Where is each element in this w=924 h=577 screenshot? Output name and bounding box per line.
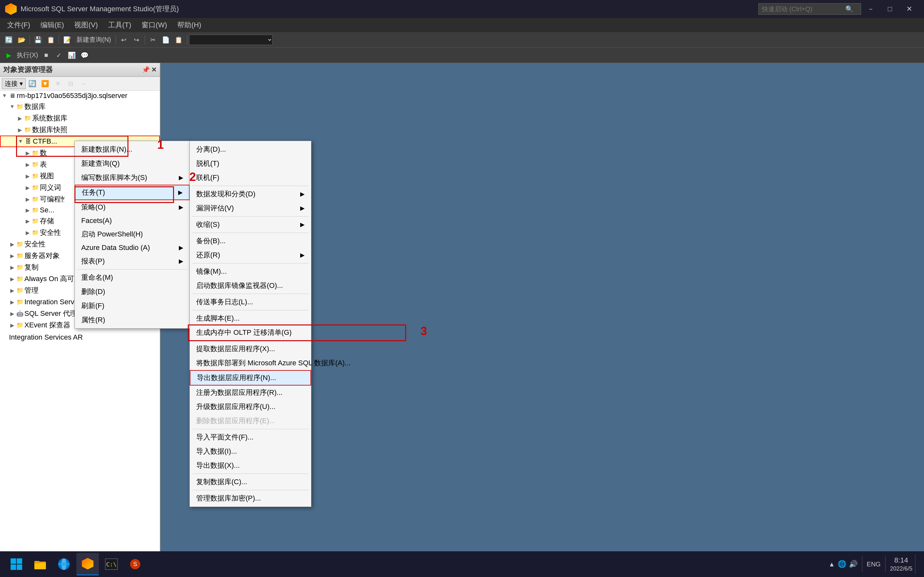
ctx2-generate-scripts[interactable]: 生成脚本(E)... <box>190 311 311 326</box>
oe-filter-clear-btn[interactable]: ✕ <box>52 78 64 89</box>
child8-expand-icon[interactable]: ▶ <box>24 229 31 236</box>
ctx-properties[interactable]: 属性(R) <box>75 313 190 327</box>
minimize-button[interactable]: － <box>861 0 881 18</box>
toolbar-save[interactable]: 💾 <box>32 34 44 45</box>
ctx-delete[interactable]: 删除(D) <box>75 285 190 299</box>
tree-ctfb-child-6[interactable]: ▶ 📁 Se... <box>0 205 64 215</box>
toolbar-copy[interactable]: 📄 <box>160 34 172 45</box>
ctx-new-query[interactable]: 新建查询(Q) <box>75 156 190 171</box>
ctx2-online[interactable]: 联机(F) <box>190 171 311 185</box>
tree-ctfb-child-2[interactable]: ▶ 📁 表 <box>0 159 64 170</box>
menu-edit[interactable]: 编辑(E) <box>36 19 68 31</box>
child3-expand-icon[interactable]: ▶ <box>24 173 31 179</box>
child4-expand-icon[interactable]: ▶ <box>24 184 31 191</box>
toolbar-new-query[interactable]: 📝 <box>61 34 73 45</box>
oe-close-icon[interactable]: ✕ <box>151 66 157 74</box>
snapshot-expand-icon[interactable]: ▶ <box>17 127 23 133</box>
ctx2-detach[interactable]: 分离(D)... <box>190 142 311 156</box>
clock[interactable]: 8:14 2022/6/5 <box>890 556 913 572</box>
toolbar-new-query-label[interactable]: 新建查询(N) <box>74 35 114 44</box>
menu-window[interactable]: 窗口(W) <box>137 19 172 31</box>
ctx-facets[interactable]: Facets(A) <box>75 214 190 227</box>
ctx-new-database[interactable]: 新建数据库(N)... <box>75 142 190 156</box>
toolbar-execute-label[interactable]: 执行(X) <box>15 51 40 60</box>
ctx-rename[interactable]: 重命名(M) <box>75 271 190 285</box>
toolbar-messages[interactable]: 💬 <box>79 50 91 61</box>
ctx-policy[interactable]: 策略(O) ▶ <box>75 200 190 214</box>
toolbar-save-all[interactable]: 📋 <box>45 34 57 45</box>
ctx2-shrink[interactable]: 收缩(S) ▶ <box>190 218 311 232</box>
ctx-refresh[interactable]: 刷新(F) <box>75 299 190 313</box>
ctx-tasks[interactable]: 任务(T) ▶ <box>75 185 190 200</box>
ctx2-vulnerability[interactable]: 漏洞评估(V) ▶ <box>190 201 311 215</box>
tree-ctfb-child-1[interactable]: ▶ 📁 数 <box>0 147 64 159</box>
close-button[interactable]: ✕ <box>900 0 919 18</box>
ctx2-copy-db[interactable]: 复制数据库(C)... <box>190 475 311 489</box>
ctx2-manage-encryption[interactable]: 管理数据库加密(P)... <box>190 491 311 505</box>
ctx2-export-data[interactable]: 导出数据(X)... <box>190 458 311 472</box>
repl-expand-icon[interactable]: ▶ <box>9 264 15 271</box>
ctx-reports[interactable]: 报表(P) ▶ <box>75 254 190 268</box>
file-explorer-button[interactable] <box>29 553 51 575</box>
ctx2-deploy-azure[interactable]: 将数据库部署到 Microsoft Azure SQL 数据库(A)... <box>190 356 311 370</box>
oe-connect-button[interactable]: 连接 ▾ <box>2 78 26 89</box>
show-desktop-button[interactable] <box>915 554 919 574</box>
oe-sync-btn[interactable]: ↔ <box>78 78 90 89</box>
ctx2-mirror-monitor[interactable]: 启动数据库镜像监视器(O)... <box>190 279 311 293</box>
start-button[interactable] <box>5 553 27 575</box>
ctx2-mirror[interactable]: 镜像(M)... <box>190 264 311 279</box>
terminal-button[interactable]: C:\ <box>100 553 123 575</box>
oe-filter-btn[interactable]: 🔽 <box>39 78 51 89</box>
oe-refresh-btn[interactable]: 🔄 <box>26 78 39 89</box>
ctx2-export-dac[interactable]: 导出数据层应用程序(N)... <box>190 370 311 385</box>
extra-button[interactable]: S <box>124 553 146 575</box>
toolbar-open[interactable]: 📂 <box>15 34 27 45</box>
tree-ctfb-child-3[interactable]: ▶ 📁 视图 <box>0 170 64 182</box>
oe-pin-icon[interactable]: 📌 <box>142 66 150 74</box>
tree-is-ar[interactable]: Integration Services AR <box>0 332 160 342</box>
ssms-taskbar-button[interactable] <box>76 553 99 575</box>
security-expand-icon[interactable]: ▶ <box>9 241 15 247</box>
language-indicator[interactable]: ENG <box>867 561 881 568</box>
toolbar-cut[interactable]: ✂ <box>147 34 159 45</box>
agent-expand-icon[interactable]: ▶ <box>9 310 15 317</box>
toolbar-execute[interactable]: ▶ <box>3 50 15 61</box>
child6-expand-icon[interactable]: ▶ <box>24 207 31 213</box>
ctx-powershell[interactable]: 启动 PowerShell(H) <box>75 227 190 241</box>
tree-server-node[interactable]: ▼ 🖥 rm-bp171v0ao56535dj3jo.sqlserver <box>0 90 160 101</box>
ctx2-extract-dac[interactable]: 提取数据层应用程序(X)... <box>190 342 311 356</box>
ctx2-register-dac[interactable]: 注册为数据层应用程序(R)... <box>190 385 311 400</box>
menu-help[interactable]: 帮助(H) <box>173 19 206 31</box>
ctx2-data-discovery[interactable]: 数据发现和分类(D) ▶ <box>190 187 311 201</box>
toolbar-stop[interactable]: ■ <box>40 50 52 61</box>
menu-file[interactable]: 文件(F) <box>3 19 35 31</box>
ctx2-upgrade-dac[interactable]: 升级数据层应用程序(U)... <box>190 400 311 414</box>
xevent-expand-icon[interactable]: ▶ <box>9 322 15 328</box>
toolbar-parse[interactable]: ✓ <box>53 50 65 61</box>
oe-collapse-btn[interactable]: ⊟ <box>65 78 77 89</box>
toolbar-undo[interactable]: ↩ <box>118 34 130 45</box>
menu-tools[interactable]: 工具(T) <box>104 19 136 31</box>
ctx2-log-shipping[interactable]: 传送事务日志(L)... <box>190 295 311 309</box>
ctx-azure-studio[interactable]: Azure Data Studio (A) ▶ <box>75 241 190 254</box>
ctx2-import-data[interactable]: 导入数据(I)... <box>190 444 311 458</box>
ctx2-restore[interactable]: 还原(R) ▶ <box>190 248 311 262</box>
child5-expand-icon[interactable]: ▶ <box>24 196 31 202</box>
menu-view[interactable]: 视图(V) <box>70 19 102 31</box>
quick-launch-input[interactable] <box>762 5 845 13</box>
ctx2-backup[interactable]: 备份(B)... <box>190 234 311 248</box>
quick-launch-box[interactable]: 🔍 <box>758 3 861 15</box>
maximize-button[interactable]: □ <box>881 0 900 18</box>
tree-system-databases[interactable]: ▶ 📁 系统数据库 <box>0 113 160 124</box>
databases-expand-icon[interactable]: ▼ <box>9 103 15 110</box>
tree-databases-folder[interactable]: ▼ 📁 数据库 <box>0 101 160 113</box>
child1-expand-icon[interactable]: ▶ <box>24 150 31 156</box>
taskbar-up-arrow[interactable]: ▲ <box>829 561 835 568</box>
tree-ctfb-child-5[interactable]: ▶ 📁 可编程性 <box>0 193 64 205</box>
ctx2-oltp-checklist[interactable]: 生成内存中 OLTP 迁移清单(G) <box>190 326 311 340</box>
srv-obj-expand-icon[interactable]: ▶ <box>9 253 15 259</box>
toolbar-new[interactable]: 🔄 <box>3 34 15 45</box>
toolbar-paste[interactable]: 📋 <box>173 34 185 45</box>
tree-ctfb-child-7[interactable]: ▶ 📁 存储 <box>0 215 64 227</box>
tree-db-snapshots[interactable]: ▶ 📁 数据库快照 <box>0 124 160 135</box>
